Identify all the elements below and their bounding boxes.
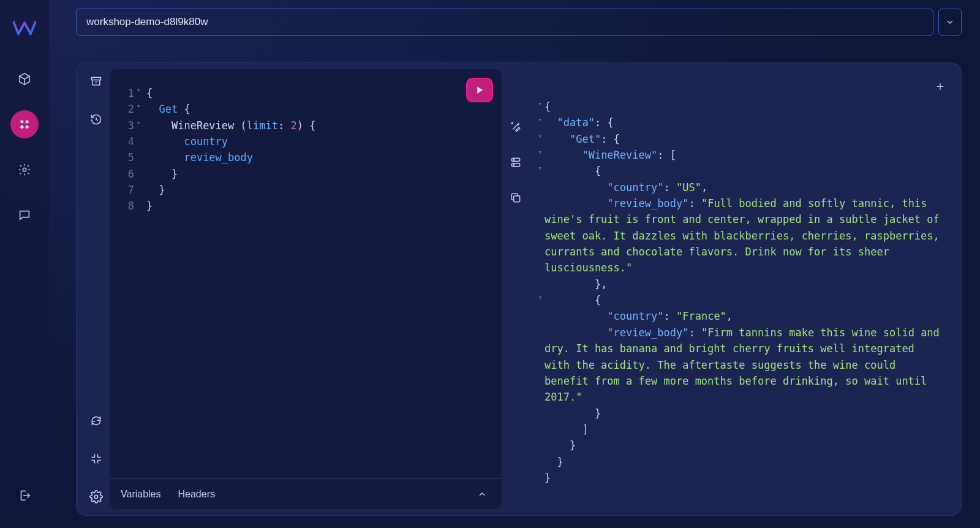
svg-point-9 xyxy=(513,159,514,160)
workspace: 1▾{2▾ Get {3▾ WineReview (limit: 2) {4 c… xyxy=(76,62,962,516)
svg-point-6 xyxy=(94,495,98,499)
code-line: 8} xyxy=(118,198,491,214)
cube-icon[interactable] xyxy=(10,65,39,93)
editor-tool-column xyxy=(83,69,110,509)
svg-point-4 xyxy=(23,168,26,172)
svg-point-10 xyxy=(513,164,514,165)
tab-variables[interactable]: Variables xyxy=(121,489,161,500)
gear-icon[interactable] xyxy=(10,156,39,184)
result-line: "review_body": "Firm tannins make this w… xyxy=(536,325,944,405)
context-dropdown-button[interactable] xyxy=(938,9,962,36)
result-line: ▾ { xyxy=(536,163,944,179)
result-line: "country": "France", xyxy=(536,308,944,324)
add-tab-button[interactable]: ＋ xyxy=(934,77,946,96)
context-input[interactable] xyxy=(76,9,933,36)
code-line: 2▾ Get { xyxy=(118,101,491,117)
svg-point-1 xyxy=(26,120,29,123)
code-line: 1▾{ xyxy=(118,85,491,101)
chevron-up-icon[interactable] xyxy=(477,489,487,499)
svg-point-3 xyxy=(26,126,29,129)
settings-icon[interactable] xyxy=(88,488,105,505)
result-line: } xyxy=(536,437,944,453)
logo xyxy=(11,13,38,40)
history-icon[interactable] xyxy=(88,111,105,128)
code-area[interactable]: 1▾{2▾ Get {3▾ WineReview (limit: 2) {4 c… xyxy=(110,83,502,478)
svg-rect-5 xyxy=(92,77,101,80)
result-line: }, xyxy=(536,276,944,292)
archive-icon[interactable] xyxy=(88,73,105,90)
code-line: 6 } xyxy=(118,166,491,182)
svg-rect-11 xyxy=(514,196,520,202)
result-line: } xyxy=(536,454,944,470)
copy-icon[interactable] xyxy=(507,189,524,206)
result-line: "country": "US", xyxy=(536,179,944,195)
result-line: ] xyxy=(536,421,944,437)
editor-bottom-bar: Variables Headers xyxy=(110,478,502,509)
code-line: 5 review_body xyxy=(118,149,491,165)
result-line: "review_body": "Full bodied and softly t… xyxy=(536,195,944,276)
results-pane[interactable]: ＋ ▾{▾ "data": {▾ "Get": {▾ "WineReview":… xyxy=(530,69,955,509)
topbar xyxy=(76,4,962,40)
code-line: 3▾ WineReview (limit: 2) { xyxy=(118,118,491,134)
result-line: } xyxy=(536,405,944,421)
apps-icon[interactable] xyxy=(10,110,39,138)
code-line: 7 } xyxy=(118,182,491,198)
code-line: 4 country xyxy=(118,134,491,149)
logout-icon[interactable] xyxy=(10,481,39,510)
tab-headers[interactable]: Headers xyxy=(178,489,215,500)
keyboard-shortcuts-icon[interactable] xyxy=(88,450,105,467)
refresh-icon[interactable] xyxy=(88,412,105,429)
query-editor[interactable]: 1▾{2▾ Get {3▾ WineReview (limit: 2) {4 c… xyxy=(110,69,502,509)
result-line: ▾ "WineReview": [ xyxy=(536,147,944,163)
result-line: ▾{ xyxy=(536,99,944,115)
run-button[interactable] xyxy=(466,78,493,102)
result-line: ▾ "Get": { xyxy=(536,131,944,147)
chat-icon[interactable] xyxy=(10,201,39,229)
schema-icon[interactable] xyxy=(507,154,524,171)
magic-icon[interactable] xyxy=(507,118,524,135)
result-line: ▾ { xyxy=(536,292,944,308)
result-tool-column xyxy=(502,69,530,509)
svg-point-2 xyxy=(20,126,23,129)
svg-point-0 xyxy=(20,120,23,123)
result-line: ▾ "data": { xyxy=(536,115,944,130)
result-line: } xyxy=(536,470,944,486)
nav-rail xyxy=(0,0,49,528)
